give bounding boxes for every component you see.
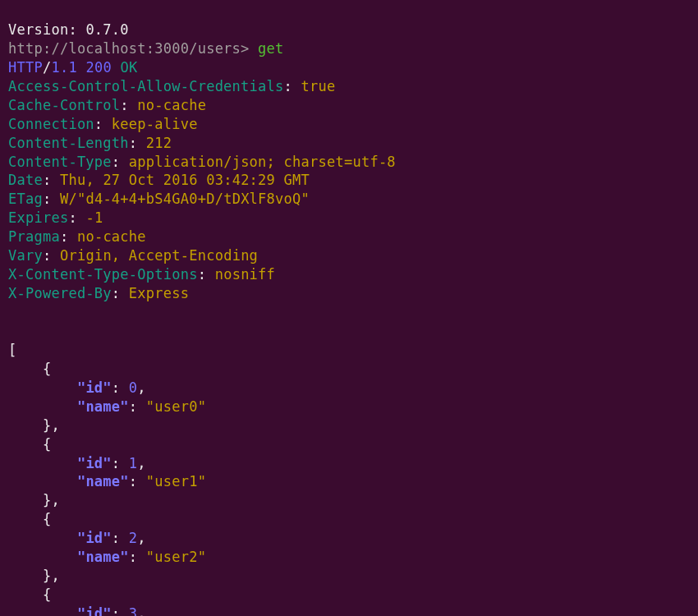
line-prompt: http://localhost:3000/users> get	[8, 40, 284, 57]
h8-value: no-cache	[77, 228, 146, 245]
id-2: 2	[129, 530, 138, 546]
h2-value: keep-alive	[112, 116, 198, 132]
h7-name: Expires	[8, 209, 68, 226]
name-2: "user2"	[146, 549, 206, 565]
json-item-0: { "id": 0, "name": "user0" },	[8, 361, 206, 434]
key-name: "name"	[77, 398, 129, 415]
status-code: 200	[85, 59, 111, 76]
version-label: Version:	[8, 21, 85, 38]
line-h9: Vary: Origin, Accept-Encoding	[8, 247, 258, 264]
line-h3: Content-Length: 212	[8, 135, 172, 151]
json-item-1: { "id": 1, "name": "user1" },	[8, 436, 206, 509]
version-value: 0.7.0	[85, 21, 128, 38]
h8-name: Pragma	[8, 228, 60, 245]
json-item-2: { "id": 2, "name": "user2" },	[8, 511, 206, 584]
line-h11: X-Powered-By: Express	[8, 285, 189, 301]
name-1: "user1"	[146, 473, 206, 490]
id-1: 1	[129, 455, 138, 471]
brace-open: {	[43, 361, 52, 377]
h10-name: X-Content-Type-Options	[8, 266, 198, 283]
h7-value: -1	[85, 209, 103, 226]
line-h0: Access-Control-Allow-Credentials: true	[8, 78, 335, 94]
json-open-bracket: [	[8, 342, 17, 358]
h11-value: Express	[129, 285, 189, 301]
line-h1: Cache-Control: no-cache	[8, 97, 206, 113]
h11-name: X-Powered-By	[8, 285, 112, 301]
prompt-command: get	[258, 40, 283, 57]
terminal-output[interactable]: Version: 0.7.0 http://localhost:3000/use…	[0, 0, 698, 616]
blank-line	[8, 323, 17, 339]
h6-value: W/"d4-4+4+bS4GA0+D/tDXlF8voQ"	[60, 191, 310, 207]
brace-close: }	[43, 417, 52, 434]
line-h6: ETag: W/"d4-4+4+bS4GA0+D/tDXlF8voQ"	[8, 191, 310, 207]
id-0: 0	[129, 379, 138, 396]
h0-value: true	[301, 78, 336, 94]
line-h4: Content-Type: application/json; charset=…	[8, 154, 396, 170]
h2-name: Connection	[8, 116, 94, 132]
key-id: "id"	[77, 379, 112, 396]
h1-name: Cache-Control	[8, 97, 120, 113]
h4-name: Content-Type	[8, 154, 112, 170]
colon: :	[284, 78, 293, 94]
status-text: OK	[120, 59, 137, 76]
h10-value: nosniff	[215, 266, 275, 283]
name-0: "user0"	[146, 398, 206, 415]
line-version: Version: 0.7.0	[8, 21, 129, 38]
status-version: 1.1	[51, 59, 76, 76]
prompt-url: http://localhost:3000/users	[8, 40, 241, 57]
status-proto: HTTP	[8, 59, 43, 76]
h3-name: Content-Length	[8, 135, 129, 151]
line-status: HTTP/1.1 200 OK	[8, 59, 137, 76]
h0-name: Access-Control-Allow-Credentials	[8, 78, 284, 94]
json-item-3: { "id": 3,	[8, 586, 146, 616]
h4-value: application/json; charset=utf-8	[129, 154, 396, 170]
status-slash: /	[43, 59, 52, 76]
prompt-arrow: >	[241, 40, 258, 57]
h1-value: no-cache	[137, 97, 206, 113]
line-h10: X-Content-Type-Options: nosniff	[8, 266, 275, 283]
h3-value: 212	[146, 135, 172, 151]
blank-line	[8, 304, 17, 320]
line-h7: Expires: -1	[8, 209, 103, 226]
h9-name: Vary	[8, 247, 43, 264]
line-h2: Connection: keep-alive	[8, 116, 198, 132]
line-h8: Pragma: no-cache	[8, 228, 146, 245]
h6-name: ETag	[8, 191, 43, 207]
h5-value: Thu, 27 Oct 2016 03:42:29 GMT	[60, 172, 310, 188]
h9-value: Origin, Accept-Encoding	[60, 247, 258, 264]
h5-name: Date	[8, 172, 43, 188]
line-h5: Date: Thu, 27 Oct 2016 03:42:29 GMT	[8, 172, 310, 188]
id-3: 3	[129, 605, 138, 616]
